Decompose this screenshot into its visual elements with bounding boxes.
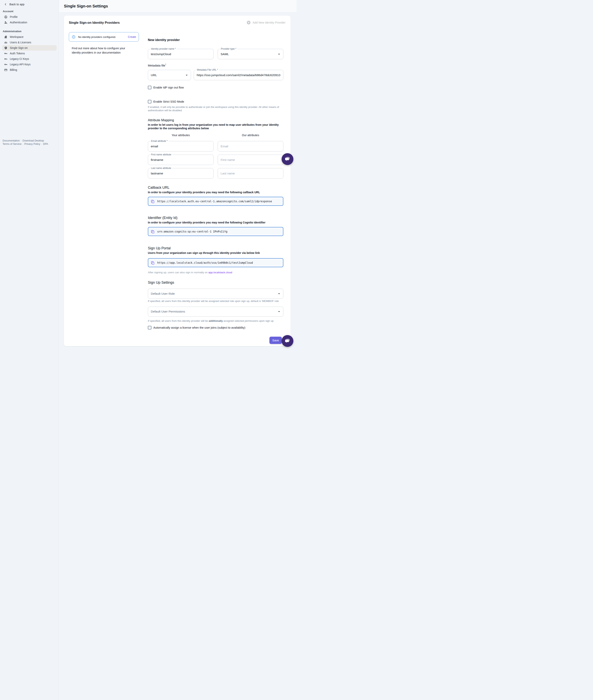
- sso-providers-card: Single Sign-on Identity Providers Add Ne…: [64, 16, 290, 346]
- privacy-policy-link[interactable]: Privacy Policy: [24, 142, 40, 145]
- first-name-attribute-field[interactable]: First name attribute: [148, 155, 213, 165]
- new-provider-form: New identity provider Identity provider …: [148, 32, 283, 344]
- chat-icon: [284, 338, 290, 344]
- identifier-heading: Identifier (Entity Id): [148, 216, 283, 220]
- last-name-attribute-field[interactable]: Last name attribute: [148, 168, 213, 179]
- identity-provider-name-field[interactable]: Identity provider name *: [148, 49, 213, 59]
- idp-signout-label: Enable IdP sign out flow: [153, 86, 184, 89]
- email-attribute-label: Email attribute *: [150, 140, 169, 142]
- sidebar-item-legacy-api-keys[interactable]: Legacy API Keys: [0, 62, 58, 67]
- your-attributes-header: Your attributes: [148, 134, 213, 137]
- sidebar-item-users-licenses[interactable]: Users & Licenses: [0, 40, 58, 45]
- signin-note: After signing up, users can also sign in…: [148, 271, 283, 274]
- identity-provider-name-input[interactable]: [148, 49, 213, 59]
- attribute-mapping-heading: Attribute Mapping: [148, 118, 283, 122]
- sidebar: Back to app Account Profile Authenticati…: [0, 0, 59, 350]
- sidebar-item-profile[interactable]: Profile: [0, 14, 58, 20]
- default-user-permissions-placeholder: Default User Permissions: [148, 310, 277, 313]
- our-email-field[interactable]: [218, 141, 283, 151]
- metadata-file-url-label: Metadata File URL *: [196, 69, 219, 71]
- signup-portal-subheading: Users from your organization can sign up…: [148, 251, 283, 255]
- add-new-identity-provider-label: Add New Identity Provider: [252, 21, 285, 24]
- sidebar-footer: Documentation·Download Desktop Terms of …: [3, 139, 48, 146]
- callback-url-subheading: In order to configure your identity prov…: [148, 190, 283, 194]
- copy-icon[interactable]: [151, 261, 155, 265]
- docs-text: Find out more about how to configure you…: [72, 46, 134, 55]
- sidebar-item-auth-tokens[interactable]: Auth Tokens: [0, 50, 58, 56]
- identifier-value: urn:amazon:cognito:sp:eu-central-1_IPnPs…: [157, 230, 228, 233]
- our-first-name-field[interactable]: [218, 155, 283, 165]
- auto-license-checkbox-row[interactable]: Automatically assign a license when the …: [148, 326, 283, 329]
- key-icon: [4, 57, 7, 61]
- metadata-source-select[interactable]: URL: [148, 70, 191, 80]
- sidebar-item-authentication[interactable]: Authentication: [0, 20, 58, 25]
- email-attribute-input[interactable]: [148, 141, 213, 151]
- person-key-icon: [4, 21, 7, 24]
- metadata-file-url-input[interactable]: [194, 70, 283, 80]
- metadata-file-url-field[interactable]: Metadata File URL *: [194, 70, 283, 80]
- provider-type-select[interactable]: Provider type * SAML: [218, 49, 283, 59]
- copy-icon[interactable]: [151, 199, 155, 204]
- our-attributes-header: Our attributes: [218, 134, 283, 137]
- auto-license-checkbox[interactable]: [148, 326, 151, 329]
- create-link[interactable]: Create: [128, 35, 136, 38]
- dpa-link[interactable]: DPA: [43, 142, 48, 145]
- strict-sso-checkbox-row[interactable]: Enable Strict SSO Mode: [148, 100, 283, 103]
- person-circle-icon: [4, 15, 7, 19]
- signup-settings-heading: Sign Up Settings: [148, 281, 283, 285]
- back-to-app-button[interactable]: Back to app: [0, 0, 58, 6]
- email-attribute-field[interactable]: Email attribute *: [148, 141, 213, 151]
- callback-url-copybox[interactable]: https://localstack.auth.eu-central-1.ama…: [148, 197, 283, 206]
- default-user-role-hint: If specified, all users from this identi…: [148, 300, 283, 303]
- signup-portal-copybox[interactable]: https://app.localstack.cloud/auth/sso/1e…: [148, 258, 283, 267]
- add-new-identity-provider-button[interactable]: Add New Identity Provider: [246, 21, 285, 25]
- sidebar-item-workspace[interactable]: Workspace: [0, 34, 58, 40]
- idp-signout-checkbox-row[interactable]: Enable IdP sign out flow: [148, 86, 283, 89]
- identifier-copybox[interactable]: urn:amazon:cognito:sp:eu-central-1_IPnPs…: [148, 227, 283, 236]
- sidebar-item-label: Legacy CI Keys: [10, 57, 29, 61]
- page-header: Single Sign-on Settings: [59, 0, 296, 12]
- callback-url-heading: Callback URL: [148, 186, 283, 190]
- sidebar-item-label: Profile: [10, 15, 17, 19]
- sidebar-section-account: Account: [0, 10, 58, 13]
- provider-type-label: Provider type *: [220, 47, 237, 50]
- callback-url-value: https://localstack.auth.eu-central-1.ama…: [157, 200, 272, 203]
- terms-of-service-link[interactable]: Terms of Service: [3, 142, 22, 145]
- last-name-attribute-input[interactable]: [148, 168, 213, 178]
- our-last-name-input[interactable]: [218, 168, 283, 178]
- alert-text: No identity providers configured.: [78, 36, 128, 38]
- strict-sso-label: Enable Strict SSO Mode: [153, 100, 184, 103]
- sidebar-item-label: Billing: [10, 68, 17, 71]
- idp-signout-checkbox[interactable]: [148, 86, 151, 89]
- page-title: Single Sign-on Settings: [59, 0, 296, 12]
- back-to-app-label: Back to app: [9, 3, 25, 6]
- groups-icon: [4, 41, 7, 44]
- chat-widget-button[interactable]: [282, 335, 293, 347]
- download-desktop-link[interactable]: Download Desktop: [23, 139, 44, 142]
- sidebar-item-single-sign-on[interactable]: Single Sign-on: [2, 45, 57, 50]
- sidebar-item-label: Authentication: [10, 21, 27, 24]
- default-user-role-select[interactable]: Default User Role: [148, 289, 283, 299]
- first-name-attribute-input[interactable]: [148, 155, 213, 165]
- documentation-link[interactable]: Documentation: [3, 139, 19, 142]
- shield-star-icon: [4, 46, 7, 50]
- save-button[interactable]: Save: [270, 337, 282, 344]
- card-title: Single Sign-on Identity Providers: [69, 21, 120, 25]
- provider-type-value: SAML: [218, 52, 277, 56]
- our-email-input[interactable]: [218, 141, 283, 151]
- our-first-name-input[interactable]: [218, 155, 283, 165]
- copy-icon[interactable]: [151, 229, 155, 234]
- last-name-attribute-label: Last name attribute: [150, 167, 172, 170]
- default-user-permissions-select[interactable]: Default User Permissions: [148, 307, 283, 317]
- sidebar-item-label: Users & Licenses: [10, 41, 31, 44]
- sidebar-item-legacy-ci-keys[interactable]: Legacy CI Keys: [0, 56, 58, 62]
- chevron-down-icon: [277, 292, 281, 296]
- chat-widget-button[interactable]: [282, 153, 293, 165]
- app-localstack-cloud-link[interactable]: app.localstack.cloud: [208, 271, 232, 274]
- credit-card-icon: [4, 68, 7, 72]
- sidebar-item-billing[interactable]: Billing: [0, 67, 58, 73]
- our-last-name-field[interactable]: [218, 168, 283, 179]
- chat-icon: [284, 156, 290, 162]
- strict-sso-checkbox[interactable]: [148, 100, 151, 103]
- sidebar-item-label: Single Sign-on: [10, 46, 28, 49]
